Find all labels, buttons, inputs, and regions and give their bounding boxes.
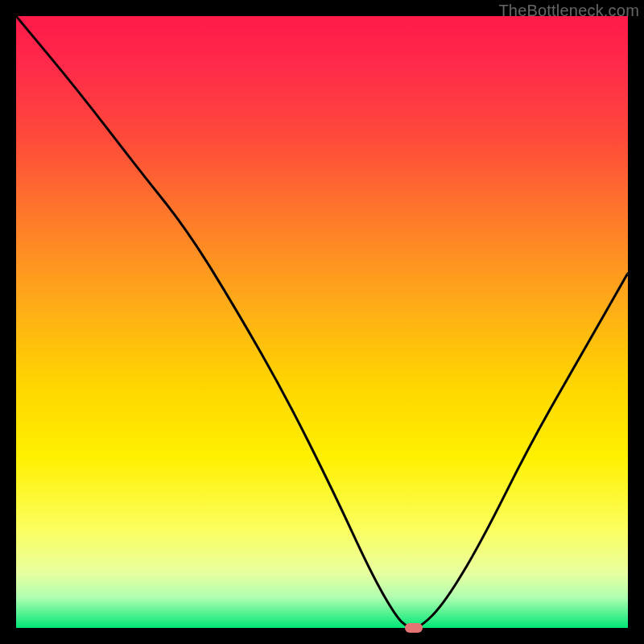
watermark-text: TheBottleneck.com <box>498 2 639 20</box>
bottleneck-chart: TheBottleneck.com <box>0 0 644 644</box>
bottleneck-curve-path <box>16 16 628 628</box>
bottleneck-curve-svg <box>16 16 628 628</box>
optimal-marker <box>405 623 423 633</box>
x-axis <box>16 628 628 630</box>
